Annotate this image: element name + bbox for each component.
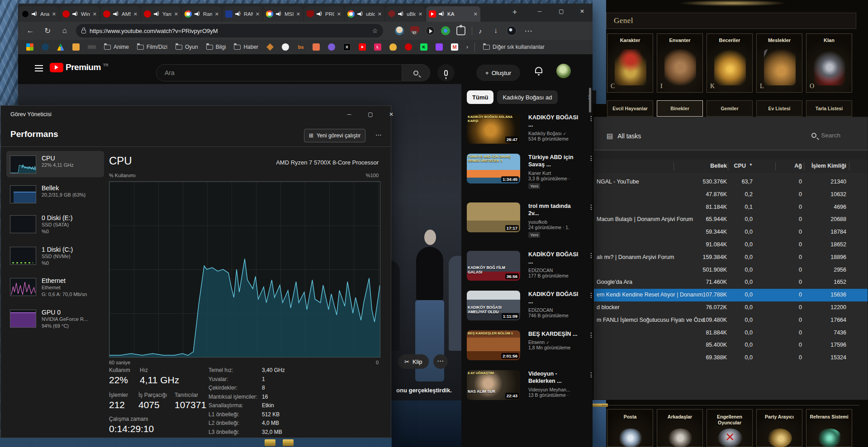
extensions-puzzle-icon[interactable] [456, 26, 465, 35]
game-menu-card[interactable]: Klan O [806, 33, 852, 93]
task-row[interactable]: 85.400K 0,0 0 17596 [594, 339, 868, 352]
tasks-dropdown[interactable]: ▤ All tasks [607, 132, 641, 140]
bookmark-folder[interactable]: Anime [104, 44, 129, 50]
sponsorblock-extension-icon[interactable] [426, 26, 435, 35]
bookmark-favicon[interactable] [313, 43, 320, 51]
task-row[interactable]: Google'da Ara 71.460K 0,0 0 1652 [594, 276, 868, 289]
other-favorites-folder[interactable]: Diğer sık kullanılanlar [483, 44, 545, 50]
tm-more-menu-icon[interactable]: ⋯ [375, 131, 382, 138]
browser-tab[interactable]: Rampa ✕ [182, 6, 222, 22]
suggested-video[interactable]: 8 AY UĞRAŞTIM NAS ALIM SUR 22:43 Videoyu… [467, 370, 593, 408]
bookmark-folder[interactable]: Bilgi [206, 44, 226, 50]
performance-sidebar-item[interactable]: Ethernet Ethernet G: 0,6 A: 70,0 Mb/sn [6, 273, 104, 301]
window-minimize-button[interactable]: ─ [529, 4, 550, 19]
suggested-video[interactable]: BEŞ KARDEŞLER BÖLÜM 1 2:01:56 BEŞ KARDEŞ… [467, 330, 593, 368]
performance-sidebar-item[interactable]: 1 Diski (C:) SSD (NVMe) %0 [6, 242, 104, 270]
performance-sidebar-item[interactable]: 0 Diski (E:) SSD (SATA) %0 [6, 211, 104, 239]
bookmark-favicon[interactable] [405, 43, 412, 51]
scrollbar-thumb[interactable] [589, 88, 591, 113]
bookmark-favicon[interactable]: I. [374, 43, 381, 51]
game-secondary-card[interactable]: Gemiler [707, 100, 753, 117]
browser-tab[interactable]: AM5 İşl ✕ [100, 6, 140, 22]
extension-icon-green[interactable] [441, 26, 450, 35]
game-secondary-card[interactable]: Evcil Hayvanlar [607, 100, 653, 117]
bookmark-favicon[interactable] [88, 45, 96, 49]
suggested-video[interactable]: KADIKÖY BOĞ FİLM GALASI 36:56 KADİKÖY BO… [467, 251, 593, 289]
tab-close-icon[interactable]: ✕ [337, 11, 341, 17]
voice-search-button[interactable] [437, 64, 455, 81]
video-thumbnail[interactable]: 17:17 [467, 202, 520, 232]
media-control-icon[interactable] [479, 27, 485, 34]
home-button[interactable]: ⌂ [56, 26, 73, 35]
bookmark-favicon[interactable]: M [451, 43, 458, 51]
video-menu-kebab-icon[interactable]: ⋮ [588, 252, 594, 259]
task-row[interactable]: 501.908K 0,0 0 2956 [594, 264, 868, 277]
video-menu-kebab-icon[interactable]: ⋮ [588, 203, 594, 211]
bookmark-favicon[interactable] [266, 43, 274, 51]
game-secondary-card[interactable]: Ev Listesi [756, 100, 802, 117]
bookmark-folder[interactable]: Oyun [175, 44, 198, 50]
suggested-video[interactable]: 17:17 trol mm tadında 2v... yusufkob 24 … [467, 202, 593, 240]
task-row[interactable]: 59.344K 0,0 0 18784 [594, 226, 868, 239]
suggested-video[interactable]: TÜRKİYE ABD İÇİN SAVAŞ GEMİSİ ÜRETECEK !… [467, 154, 593, 192]
suggested-video[interactable]: KADIKÖY BOĞASI ASLANA KARŞI 26:47 KADIKÖ… [467, 114, 593, 152]
video-more-button[interactable]: ⋯ [433, 354, 448, 369]
create-button[interactable]: + Oluştur [476, 65, 520, 81]
task-search-input[interactable]: Search [811, 132, 840, 139]
bookmark-favicon[interactable] [26, 43, 33, 51]
video-menu-kebab-icon[interactable]: ⋮ [588, 292, 594, 299]
ublock-extension-icon[interactable]: 37 [410, 26, 419, 35]
game-menu-card[interactable]: Envanter I [657, 33, 703, 93]
bookmark-favicon[interactable] [359, 43, 366, 51]
column-header-memory[interactable]: Bellek [682, 163, 727, 169]
game-menu-card[interactable]: Karakter C [607, 33, 653, 93]
bookmark-favicon[interactable] [42, 43, 49, 51]
tab-close-icon[interactable]: ✕ [256, 11, 260, 17]
window-close-button[interactable]: ✕ [572, 4, 593, 19]
run-new-task-button[interactable]: ⊞ Yeni görevi çalıştır [304, 129, 365, 142]
tab-close-icon[interactable]: ✕ [52, 11, 56, 17]
task-row[interactable]: m FANLI İşlemci Soğutucusu Fiyatı ve Öze… [594, 314, 868, 327]
performance-sidebar-item[interactable]: Bellek 20,2/31,9 GB (63%) [6, 181, 104, 207]
new-tab-button[interactable]: + [508, 6, 522, 19]
game-secondary-card[interactable]: Binekler [657, 100, 703, 117]
tm-maximize-button[interactable]: ▢ [360, 106, 381, 123]
task-row[interactable]: alı mı? | Donanım Arşivi Forum 159.384K … [594, 251, 868, 264]
browser-tab[interactable]: Windov ✕ [60, 6, 100, 22]
task-row[interactable]: em Kendi Kendine Reset Atıyor | Donanım … [594, 289, 868, 301]
video-thumbnail[interactable]: BEŞ KARDEŞLER BÖLÜM 1 2:01:56 [467, 330, 520, 360]
browser-menu-icon[interactable]: ⋯ [523, 26, 534, 36]
notifications-bell-icon[interactable] [535, 67, 542, 73]
filter-chip[interactable]: Kadıköy Boğası ad [497, 90, 557, 104]
video-thumbnail[interactable]: 8 AY UĞRAŞTIM NAS ALIM SUR 22:43 [467, 370, 520, 400]
bookmarks-overflow-chevron[interactable]: › [466, 44, 468, 50]
back-button[interactable]: ← [22, 26, 39, 35]
performance-tab[interactable]: Performans [10, 129, 58, 139]
bookmark-favicon[interactable] [57, 43, 64, 51]
bookmark-favicon[interactable] [389, 43, 397, 51]
video-menu-kebab-icon[interactable]: ⋮ [588, 155, 594, 162]
video-menu-kebab-icon[interactable]: ⋮ [588, 371, 594, 378]
tab-close-icon[interactable]: ✕ [296, 11, 300, 17]
column-header-cpu[interactable]: CPU [728, 163, 746, 169]
game-menu-card[interactable]: Meslekler L [756, 33, 802, 93]
filter-chip[interactable]: Tümü [467, 90, 493, 104]
browser-tab[interactable]: uBlock ✕ [385, 6, 425, 22]
task-row[interactable]: NGAL - YouTube 530.376K 63,7 0 21340 [594, 176, 868, 188]
window-maximize-button[interactable]: ▢ [551, 4, 572, 19]
bookmark-favicon[interactable]: K [420, 43, 427, 51]
video-thumbnail[interactable]: KADIKÖY BOĞASI AMELİYAT OLDU 1:11:09 [467, 291, 520, 320]
browser-profile-avatar[interactable] [507, 26, 517, 36]
bookmark-favicon[interactable] [436, 43, 443, 51]
tm-minimize-button[interactable]: ─ [339, 106, 360, 123]
bookmark-folder[interactable]: Film/Dizi [137, 44, 167, 50]
task-row[interactable]: 91.084K 0,0 0 18652 [594, 239, 868, 251]
bookmark-favicon[interactable] [282, 43, 289, 51]
bookmark-folder[interactable]: Haber [234, 44, 258, 50]
performance-sidebar-item[interactable]: GPU 0 NVIDIA GeForce R... 94% (69 °C) [6, 305, 104, 333]
extension-icon-avatar[interactable] [395, 26, 404, 35]
bookmark-favicon[interactable]: bs [297, 43, 304, 51]
task-row[interactable]: 47.876K 0,2 0 10632 [594, 188, 868, 201]
tab-close-icon[interactable]: ✕ [133, 11, 138, 17]
game-social-card[interactable]: Posta [607, 409, 653, 447]
